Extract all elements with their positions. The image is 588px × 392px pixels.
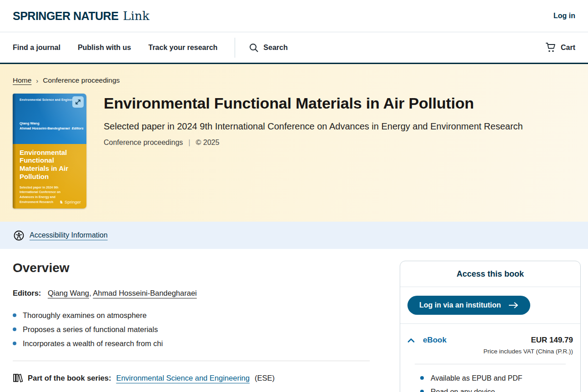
cover-top-section: Environmental Science and Engineering Qi… [13, 94, 86, 144]
login-link[interactable]: Log in [553, 12, 575, 20]
series-abbr: (ESE) [255, 374, 275, 382]
cart-icon [545, 42, 556, 53]
logo-primary-text: SPRINGER NATURE [13, 10, 118, 23]
nav-publish-with-us[interactable]: Publish with us [78, 44, 131, 52]
accessibility-icon [14, 230, 24, 241]
bullet-icon [420, 376, 424, 380]
accessibility-information-link[interactable]: Accessibility Information [30, 231, 108, 239]
overview-heading: Overview [13, 261, 370, 275]
cover-title-text: Environmental Functional Materials in Ai… [20, 149, 81, 181]
search-button[interactable]: Search [249, 43, 287, 53]
ebook-accordion-header[interactable]: eBook EUR 149.79 Price includes VAT (Chi… [407, 336, 573, 355]
list-item: Incorporates a wealth of research from c… [13, 339, 370, 348]
editors-separator: , [89, 289, 91, 297]
ebook-price: EUR 149.79 [483, 336, 573, 345]
page-title: Environmental Functional Materials in Ai… [104, 94, 523, 112]
springer-publisher-logo: ♞ Springer [60, 199, 81, 204]
cover-expand-button[interactable] [72, 96, 84, 108]
bullet-icon [420, 390, 424, 392]
overview-bullet-list: Thoroughly examines on atmosphere Propos… [13, 311, 370, 348]
login-via-institution-button[interactable]: Log in via an institution [407, 296, 530, 315]
content-type: Conference proceedings [104, 139, 183, 147]
series-label: Part of the book series: [28, 374, 111, 382]
ebook-label: eBook [423, 336, 447, 345]
cart-label: Cart [561, 44, 575, 52]
cover-series-text: Environmental Science and Engineering [20, 98, 80, 101]
editors-label: Editors: [13, 289, 41, 297]
access-this-book-card: Access this book Log in via an instituti… [400, 261, 581, 392]
cart-button[interactable]: Cart [545, 42, 575, 53]
search-icon [249, 43, 259, 53]
editor-link-ahmad-hosseini[interactable]: Ahmad Hosseini-Bandegharaei [93, 289, 196, 297]
arrow-right-icon [508, 302, 518, 309]
breadcrumb-home-link[interactable]: Home [13, 76, 31, 84]
bullet-icon [13, 342, 16, 345]
ebook-feature-list: Available as EPUB and PDF Read on any de… [407, 364, 573, 392]
list-item: Thoroughly examines on atmosphere [13, 311, 370, 320]
list-item: Read on any device [420, 388, 566, 392]
list-item: Available as EPUB and PDF [420, 374, 566, 382]
main-nav: Find a journal Publish with us Track you… [0, 32, 588, 64]
section-divider [13, 361, 370, 361]
chevron-up-icon [407, 338, 415, 342]
editor-link-qiang-wang[interactable]: Qiang Wang [48, 289, 89, 297]
breadcrumb-chevron-icon: › [36, 77, 38, 84]
breadcrumb-current: Conference proceedings [43, 76, 120, 84]
bullet-icon [13, 327, 16, 331]
meta-separator: | [188, 139, 190, 147]
accessibility-bar: Accessibility Information [0, 222, 588, 249]
ebook-vat-note: Price includes VAT (China (P.R.)) [483, 348, 573, 355]
book-meta: Conference proceedings | © 2025 [104, 139, 523, 147]
springer-nature-link-logo[interactable]: SPRINGER NATURE Link [13, 9, 149, 23]
book-series-icon [13, 373, 23, 383]
nav-find-a-journal[interactable]: Find a journal [13, 44, 60, 52]
nav-divider [235, 38, 235, 58]
search-label: Search [263, 44, 287, 52]
bullet-icon [13, 313, 16, 317]
main-content: Overview Editors: Qiang Wang, Ahmad Hoss… [0, 249, 588, 392]
expand-icon [75, 99, 81, 105]
copyright-year: © 2025 [196, 139, 220, 147]
site-header: SPRINGER NATURE Link Log in [0, 0, 588, 32]
access-card-title: Access this book [400, 261, 580, 287]
book-subtitle: Selected paper in 2024 9th International… [104, 121, 523, 132]
cover-bottom-section: Environmental Functional Materials in Ai… [13, 144, 86, 208]
cover-editors-text: Qiang Wang Ahmad Hosseini-BandegharaeiEd… [20, 121, 84, 131]
logo-secondary-text: Link [123, 9, 149, 23]
series-link[interactable]: Environmental Science and Engineering [116, 374, 250, 382]
book-series-row: Part of the book series: Environmental S… [13, 373, 370, 383]
list-item: Proposes a series of functional material… [13, 325, 370, 334]
springer-horse-icon: ♞ [60, 199, 64, 204]
editors-row: Editors: Qiang Wang, Ahmad Hosseini-Band… [13, 289, 370, 298]
book-hero: Home › Conference proceedings Environmen… [0, 64, 588, 222]
book-cover-image: Environmental Science and Engineering Qi… [13, 94, 86, 208]
nav-track-your-research[interactable]: Track your research [148, 44, 217, 52]
breadcrumb: Home › Conference proceedings [13, 76, 575, 84]
cover-spine [13, 94, 16, 208]
